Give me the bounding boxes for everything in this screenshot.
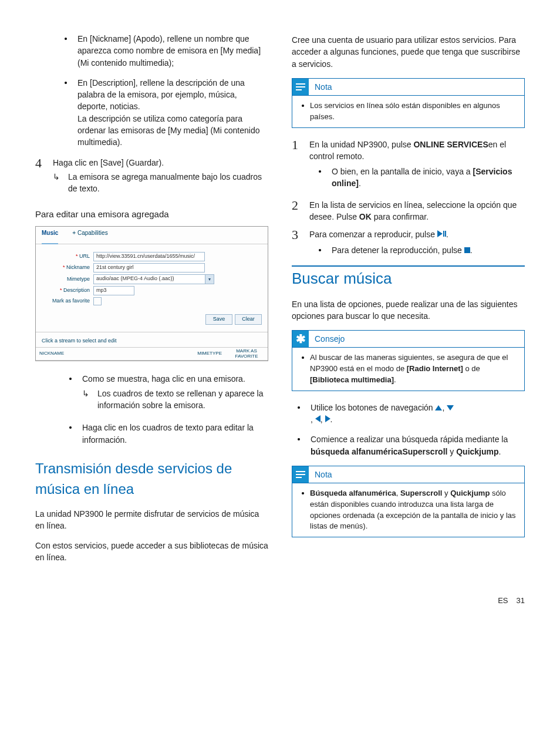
bullet-icon	[65, 38, 67, 40]
tab-capabilities: + Capabilities	[72, 229, 107, 238]
b: ONLINE SERVICES	[413, 140, 488, 149]
right-column: Cree una cuenta de usuario para utilizar…	[292, 29, 525, 572]
b: búsqueda alfanumérica	[311, 447, 402, 456]
bullet-icon	[319, 249, 321, 251]
note-icon	[292, 79, 309, 95]
tip-body: Al buscar de las maneras siguientes, se …	[310, 352, 517, 386]
text: En [Description], rellene la descripción…	[77, 77, 268, 149]
heading-search: Buscar música	[292, 268, 525, 290]
t: .	[499, 447, 501, 456]
bullet-icon	[298, 438, 300, 440]
t: En la unidad NP3900, pulse	[309, 140, 413, 149]
step-number: 1	[292, 139, 309, 193]
para: Cree una cuenta de usuario para utilizar…	[292, 34, 525, 70]
description-label: * Description	[42, 287, 93, 294]
note-body: Búsqueda alfanumérica, Superscroll y Qui…	[310, 488, 517, 532]
svg-rect-4	[296, 474, 305, 475]
note-icon	[292, 466, 309, 483]
clear-button: Clear	[235, 314, 262, 325]
save-button: Save	[205, 314, 232, 325]
note-box: Nota Los servicios en línea sólo están d…	[292, 78, 525, 128]
col-mimetype: MIMETYPE	[166, 348, 225, 361]
mimetype-label: Mimetype	[42, 275, 93, 283]
note-body: Los servicios en línea sólo están dispon…	[310, 100, 517, 123]
t: y	[447, 447, 456, 456]
list-item: En [Description], rellene la descripción…	[65, 77, 268, 149]
t: .	[359, 179, 361, 188]
list-item: Como se muestra, haga clic en una emisor…	[69, 373, 268, 413]
step-text: Haga clic en [Save] (Guardar).	[53, 158, 164, 167]
list-item: Utilice los botones de navegación , , , …	[298, 402, 525, 426]
bullet-icon	[69, 426, 72, 429]
lang-code: ES	[498, 595, 508, 607]
footer: ES 31	[35, 595, 525, 607]
list-item: Haga clic en los cuadros de texto para e…	[69, 422, 268, 446]
text: Haga clic en los cuadros de texto para e…	[82, 422, 268, 446]
bullet-icon	[302, 105, 304, 107]
step-2: 2 En la lista de servicios en línea, sel…	[292, 199, 525, 223]
col-nickname: NICKNAME	[36, 348, 166, 361]
step-3: 3 Para comenzar a reproducir, pulse . Pa…	[292, 228, 525, 260]
list-item: En [Nickname] (Apodo), rellene un nombre…	[65, 33, 268, 69]
chevron-down-icon: ▾	[205, 275, 214, 284]
bullet-icon	[302, 492, 304, 494]
bullet-icon	[65, 82, 67, 84]
text: En [Nickname] (Apodo), rellene un nombre…	[77, 33, 268, 69]
play-pause-icon	[437, 230, 446, 237]
step-4: 4 Haga clic en [Save] (Guardar). ↳ La em…	[35, 157, 268, 197]
svg-rect-2	[296, 89, 302, 90]
triangle-left-icon	[315, 415, 321, 422]
screenshot-mock: Music + Capabilities * URLhttp://view.33…	[35, 226, 268, 361]
stop-icon	[464, 247, 470, 253]
bullet-icon	[69, 378, 72, 380]
note-box: Nota Búsqueda alfanumérica, Superscroll …	[292, 466, 525, 537]
bullet-icon	[319, 170, 321, 173]
favorite-label: Mark as favorite	[42, 297, 93, 305]
left-column: En [Nickname] (Apodo), rellene un nombre…	[35, 29, 268, 572]
edit-heading: Para editar una emisora agregada	[35, 208, 268, 221]
page-number: 31	[517, 595, 525, 607]
tip-title: Consejo	[315, 333, 345, 345]
list-item: Comience a realizar una búsqueda rápida …	[298, 433, 525, 457]
para: La unidad NP3900 le permite disfrutar de…	[35, 508, 268, 532]
t: Utilice los botones de navegación	[311, 403, 435, 412]
text: Como se muestra, haga clic en una emisor…	[82, 374, 245, 383]
svg-rect-0	[296, 83, 305, 85]
nickname-input: 21st century girl	[93, 263, 205, 272]
step-number: 2	[292, 199, 309, 223]
bullet-icon	[298, 406, 300, 409]
tab-music: Music	[42, 229, 58, 238]
favorite-checkbox	[93, 297, 102, 305]
triangle-up-icon	[435, 405, 442, 410]
t: Para comenzar a reproducir, pulse	[309, 230, 437, 239]
b: OK	[359, 212, 372, 221]
text: Los cuadros de texto se rellenan y apare…	[97, 388, 268, 412]
triangle-down-icon	[447, 405, 454, 410]
b: Quickjump	[456, 447, 498, 456]
b: Superscroll	[402, 447, 447, 456]
arrow-icon: ↳	[53, 171, 62, 195]
t: Para detener la reproducción, pulse	[332, 245, 464, 255]
t: Comience a realizar una búsqueda rápida …	[311, 435, 508, 444]
col-favorite: MARK AS FAVORITE	[225, 348, 268, 361]
url-input: http://view.33591.cn/userdata/1655/music…	[93, 252, 205, 261]
section-divider	[292, 265, 525, 267]
heading-transmission: Transmisión desde servicios de música en…	[35, 459, 268, 500]
arrow-icon: ↳	[82, 388, 92, 412]
t: O bien, en la pantalla de inicio, vaya a	[332, 167, 473, 176]
para: Con estos servicios, puede acceder a sus…	[35, 540, 268, 564]
bullet-icon	[302, 356, 304, 359]
description-input: mp3	[93, 286, 134, 295]
tip-icon: ✱	[292, 331, 309, 347]
step-number: 4	[35, 157, 53, 197]
hint-text: Click a stream to select and edit	[36, 332, 268, 347]
svg-rect-1	[296, 86, 305, 88]
tip-box: ✱ Consejo Al buscar de las maneras sigui…	[292, 330, 525, 391]
mimetype-select: audio/aac (MPEG-4 Audio (.aac))▾	[93, 274, 214, 284]
t: para confirmar.	[372, 212, 429, 221]
para: En una lista de opciones, puede realizar…	[292, 298, 525, 322]
svg-rect-3	[296, 471, 305, 472]
url-label: * URL	[42, 253, 93, 260]
step-sub: La emisora se agrega manualmente bajo lo…	[68, 171, 268, 195]
nickname-label: * Nickname	[42, 264, 93, 271]
